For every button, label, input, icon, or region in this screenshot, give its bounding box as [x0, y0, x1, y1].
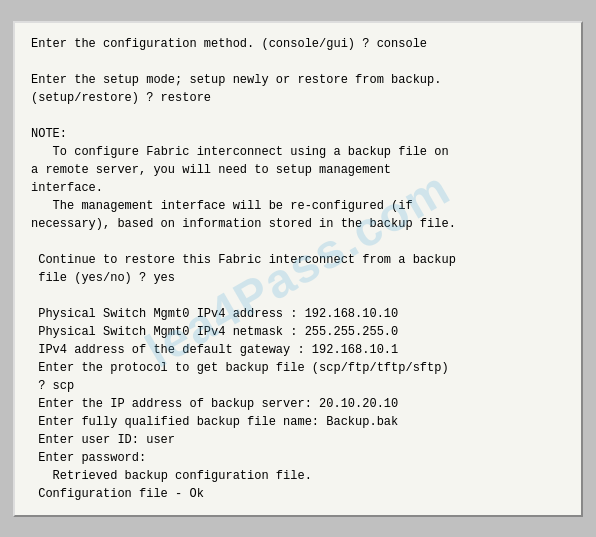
terminal-content: Enter the configuration method. (console…	[31, 35, 565, 503]
terminal-window: lea4Pass.com Enter the configuration met…	[13, 21, 583, 517]
